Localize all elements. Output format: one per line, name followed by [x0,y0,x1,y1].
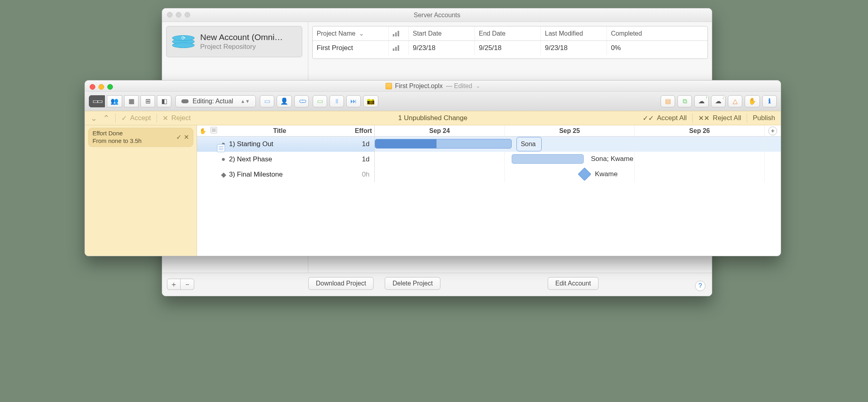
resource-view-button[interactable] [107,95,122,107]
gantt-view-button[interactable] [89,95,105,107]
task-row[interactable]: ● 1) Starting Out 1d Sona [197,137,781,152]
check-icon: ✓ [121,114,127,123]
project-window: First Project.oplx — Edited ⌄ Editing: A… [84,80,781,256]
baseline-button[interactable] [363,95,378,107]
publish-changes-button[interactable]: Publish [753,114,775,122]
change-description: Effort Done From none to 3.5h [92,130,142,145]
update-button[interactable]: ↓ [711,95,725,107]
publish-button[interactable]: ↑ [694,95,709,107]
reject-change-button[interactable]: ✕Reject [163,114,191,123]
accept-all-button[interactable]: ✓✓Accept All [643,114,687,123]
close-icon[interactable] [90,84,95,90]
level-button[interactable] [313,95,327,107]
violations-button[interactable] [728,95,742,107]
minimize-icon[interactable] [176,12,181,18]
window-footer: ＋ － Download Project Delete Project Edit… [162,273,712,296]
change-item[interactable]: Effort Done From none to 3.5h ✓ ✕ [88,128,193,147]
editing-mode-selector[interactable]: Editing: Actual ▲▼ [175,95,256,107]
inspector-button[interactable] [661,95,675,107]
document-name: First Project.oplx [395,82,443,90]
split-button[interactable] [330,95,344,107]
task-title[interactable]: 2) Next Phase [227,155,340,163]
zoom-icon[interactable] [185,12,190,18]
col-project-name[interactable]: Project Name⌄ [313,26,389,40]
assign-resource-button[interactable] [277,95,292,107]
change-summary: 1 Unpublished Change [398,114,468,122]
right-tools: ↑ ↓ [661,95,777,107]
dependency-button[interactable] [294,95,309,107]
mode-label: Editing: Actual [193,98,233,105]
calendar-view-button[interactable] [124,95,139,107]
col-start-date[interactable]: Start Date [409,26,475,40]
info-button[interactable] [762,95,777,107]
delete-project-button[interactable]: Delete Project [385,277,440,290]
toolbar: Editing: Actual ▲▼ ↑ ↓ [85,92,781,111]
close-icon[interactable] [167,12,173,18]
account-type: Project Repository [200,43,283,51]
document-title[interactable]: First Project.oplx — Edited ⌄ [386,82,480,90]
col-completed[interactable]: Completed [607,26,655,40]
effort-col-header[interactable]: Effort [340,127,374,135]
reject-change-icon[interactable]: ✕ [184,133,189,141]
edited-indicator: — Edited [446,82,472,90]
chevron-down-icon: ⌄ [359,30,364,37]
note-icon[interactable] [217,144,225,152]
minimize-icon[interactable] [98,84,104,90]
task-title[interactable]: 3) Final Milestone [227,171,340,179]
download-project-button[interactable]: Download Project [308,277,374,290]
notes-col-icon[interactable] [208,127,219,135]
network-view-button[interactable] [141,95,155,107]
cell-start-date: 9/23/18 [409,41,475,55]
date-col: Sep 24 [375,125,505,136]
zoom-col: ＋ [765,125,781,136]
accept-change-button[interactable]: ✓Accept [121,114,151,123]
task-assignee-label: Sona; Kwame [591,155,633,163]
gantt-rows: ● 1) Starting Out 1d Sona [197,137,781,256]
styles-view-button[interactable] [157,95,171,107]
task-assignee-label: Sona [516,137,542,151]
task-title[interactable]: 1) Starting Out [227,140,340,148]
cell-project-name: First Project [313,41,389,55]
task-bar[interactable] [512,154,584,164]
next-change-button[interactable]: ⌄ [90,113,97,123]
catch-up-button[interactable] [346,95,361,107]
task-effort[interactable]: 1d [340,155,374,163]
document-icon [386,83,392,89]
task-row[interactable]: ◆ 3) Final Milestone 0h Kwame [197,167,781,182]
title-col-header[interactable]: Title [219,127,340,135]
table-row[interactable]: First Project 9/23/18 9/25/18 9/23/18 0% [313,41,707,55]
col-end-date[interactable]: End Date [475,26,541,40]
traffic-lights [90,84,113,90]
task-row[interactable]: ● 2) Next Phase 1d Sona; Kwame [197,152,781,167]
reject-all-button[interactable]: ✕✕Reject All [698,114,741,123]
violations-col-icon[interactable]: ✋ [197,128,208,134]
zoom-in-button[interactable]: ＋ [768,127,777,135]
prev-change-button[interactable]: ⌃ [103,113,110,123]
account-name: New Account (Omni… [200,32,283,42]
cell-signal [389,41,409,55]
account-item[interactable]: ⟳ New Account (Omni… Project Repository [166,26,302,57]
col-last-modified[interactable]: Last Modified [541,26,607,40]
col-signal[interactable] [389,26,409,40]
titlebar: First Project.oplx — Edited ⌄ [85,80,781,92]
database-icon: ⟳ [172,30,195,53]
gantt-view: ✋ Title Effort Sep 24 Sep 25 Sep 26 ＋ [197,125,781,256]
help-button[interactable]: ? [695,281,705,291]
add-account-button[interactable]: ＋ [167,279,181,290]
signal-icon [393,45,399,51]
zoom-icon[interactable] [107,84,113,90]
stepper-icon: ▲▼ [240,98,250,104]
edit-account-button[interactable]: Edit Account [548,277,599,290]
task-effort[interactable]: 1d [340,140,374,148]
catch-hand-button[interactable] [745,95,760,107]
task-bar[interactable]: Sona [375,139,512,149]
add-task-button[interactable] [260,95,274,107]
remove-account-button[interactable]: － [181,279,194,290]
task-marker-icon: ● [219,155,227,163]
task-effort[interactable]: 0h [340,171,374,179]
cell-end-date: 9/25/18 [475,41,541,55]
task-progress [375,139,436,148]
changes-panel: Effort Done From none to 3.5h ✓ ✕ [85,125,197,256]
changes-button[interactable] [677,95,692,107]
accept-change-icon[interactable]: ✓ [176,133,181,141]
